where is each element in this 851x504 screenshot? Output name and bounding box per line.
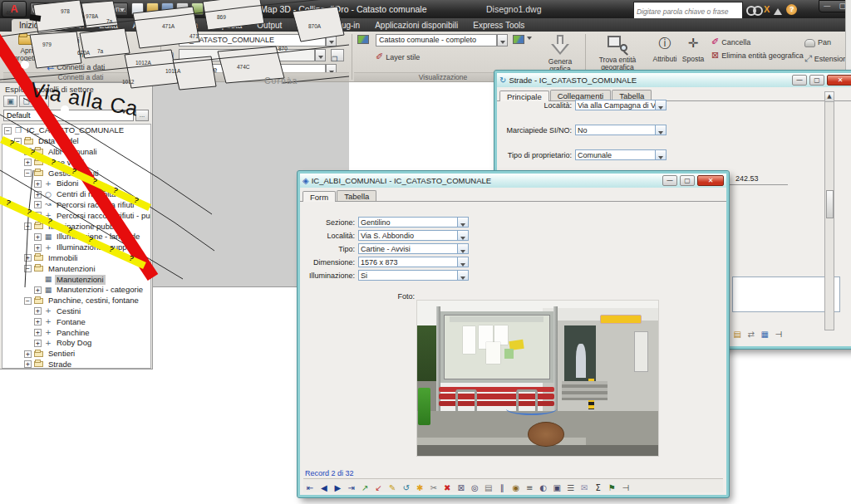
tree-item[interactable]: ++Fontane: [2, 316, 150, 327]
strade-field-input[interactable]: No: [575, 125, 656, 135]
combo-arrow-button[interactable]: [656, 125, 667, 135]
expand-icon[interactable]: +: [24, 360, 32, 368]
new-record-icon[interactable]: ✱: [413, 482, 427, 494]
layer-style-button[interactable]: ✐ Layer stile: [376, 51, 420, 63]
style-preview-button[interactable]: [513, 35, 532, 44]
maximize-button[interactable]: ▢: [680, 175, 695, 186]
combo-arrow-button[interactable]: [656, 149, 667, 160]
checkin-icon[interactable]: ↙: [372, 482, 386, 494]
combo-arrow-button[interactable]: [656, 100, 667, 110]
albi-field-input[interactable]: Si: [358, 270, 458, 281]
minimize-button[interactable]: —: [792, 75, 807, 86]
pan-button[interactable]: Pan: [804, 38, 831, 47]
attributes-button[interactable]: ⓘ Attributi: [650, 36, 680, 63]
edit-record-icon[interactable]: ✎: [386, 482, 400, 494]
sum-icon[interactable]: Σ: [592, 482, 606, 494]
generate-graphics-button[interactable]: Genera grafica: [539, 35, 582, 73]
expand-icon[interactable]: +: [34, 340, 42, 347]
minimize-button[interactable]: —: [819, 1, 835, 12]
expand-icon[interactable]: +: [34, 318, 42, 325]
minimize-button[interactable]: —: [662, 175, 677, 186]
albi-tab-tabella[interactable]: Tabella: [337, 190, 376, 201]
menu-icon[interactable]: ≡: [523, 482, 537, 494]
combo-arrow-button[interactable]: [458, 270, 469, 281]
checkout-icon[interactable]: ↗: [358, 482, 372, 494]
search-input[interactable]: [634, 6, 742, 18]
strade-dialog-titlebar[interactable]: ↻ Strade - IC_CATASTO_COMUNALE — ▢ ✕: [497, 73, 851, 87]
next-record-icon[interactable]: ▶: [331, 482, 345, 494]
exit-icon[interactable]: ⊣: [772, 329, 786, 340]
find-feature-button[interactable]: Trova entità geografica: [592, 36, 643, 71]
photo-attachment: [416, 300, 659, 457]
last-record-icon[interactable]: ⇥: [345, 482, 359, 494]
table-view-icon[interactable]: ☰: [564, 482, 578, 494]
tree-item-label: Cestini: [55, 306, 82, 316]
close-button[interactable]: ✕: [827, 75, 851, 86]
expand-icon[interactable]: +: [34, 329, 42, 336]
collapse-icon[interactable]: −: [24, 297, 32, 305]
mail-icon[interactable]: ✉: [578, 482, 592, 494]
albi-tab-form[interactable]: Form: [303, 191, 336, 202]
ribbon-tab-express-tools[interactable]: Express Tools: [465, 19, 532, 32]
tree-item[interactable]: ++Roby Dog: [2, 338, 150, 349]
contrast-icon[interactable]: ◐: [537, 482, 551, 494]
layer-style-icon: ✐: [376, 51, 383, 63]
scroll-thumb[interactable]: [826, 190, 834, 218]
tree-item[interactable]: ++Cestini: [2, 306, 150, 317]
expand-icon[interactable]: +: [24, 350, 32, 358]
split-view-icon[interactable]: ∥: [495, 482, 509, 494]
help-icon[interactable]: ?: [786, 4, 797, 15]
combo-arrow-button[interactable]: [458, 257, 469, 267]
strade-field-input[interactable]: Comunale: [575, 149, 656, 160]
first-record-icon[interactable]: ⇤: [303, 482, 317, 494]
strade-field-row: Tipo di proprietario:Comunale: [502, 149, 667, 160]
display-style-combo-arrow[interactable]: [497, 34, 508, 46]
exit-form-icon[interactable]: ⊣: [619, 482, 633, 494]
strade-scrollbar[interactable]: ▲: [824, 91, 834, 330]
zoom-icon[interactable]: ◎: [468, 482, 482, 494]
expand-icon[interactable]: +: [34, 286, 42, 294]
ribbon-tab-applicazioni-disponibili[interactable]: Applicazioni disponibili: [367, 19, 465, 32]
strade-field-row: Località:Via alla Campagna di Viglio: [502, 100, 667, 110]
tree-item[interactable]: ++Panchine: [2, 327, 150, 338]
close-form-icon[interactable]: ⊠: [455, 482, 469, 494]
combo-arrow-button[interactable]: [458, 230, 469, 241]
search-icon[interactable]: [746, 6, 760, 13]
delete-record-icon[interactable]: ✖: [440, 482, 455, 494]
albi-dialog-titlebar[interactable]: ◈ IC_ALBI_COMUNALI - IC_CATASTO_COMUNALE…: [300, 174, 726, 188]
cut-icon[interactable]: ✂: [427, 482, 441, 494]
tree-item[interactable]: +Strade: [2, 360, 150, 369]
tree-item[interactable]: +Sentieri: [2, 349, 150, 360]
communication-center-icon[interactable]: [774, 4, 782, 15]
erase-button[interactable]: ✐ Cancella: [711, 37, 750, 48]
albi-field-input[interactable]: Via S. Abbondio: [358, 230, 458, 241]
notes-icon[interactable]: ▤: [730, 329, 745, 340]
close-button[interactable]: ✕: [697, 175, 724, 186]
expand-icon[interactable]: +: [34, 307, 42, 315]
map-canvas[interactable]: 467978978A7a471A869471979670A7a870A87010…: [0, 0, 349, 287]
tree-item[interactable]: −Panchine, cestini, fontane: [2, 296, 150, 306]
transfer-icon[interactable]: ⇄: [745, 329, 759, 340]
albi-field-input[interactable]: Cartine - Avvisi: [358, 243, 458, 254]
grid-view-icon[interactable]: ▣: [550, 482, 564, 494]
combo-arrow-button[interactable]: [458, 217, 469, 228]
exchange-icon[interactable]: X: [764, 3, 770, 15]
albi-field-label: Illuminazione:: [303, 271, 358, 281]
albi-field-input[interactable]: Gentilino: [358, 217, 458, 228]
flag-icon[interactable]: ⚑: [605, 482, 619, 494]
albi-field-input[interactable]: 1576 x 873: [358, 257, 458, 267]
display-style-combo[interactable]: Catasto comunale - completo: [376, 34, 497, 46]
list-view-icon[interactable]: ▤: [482, 482, 496, 494]
combo-arrow-button[interactable]: [458, 243, 469, 254]
scroll-up-icon[interactable]: ▲: [825, 92, 834, 102]
move-button[interactable]: ✛ Sposta: [680, 36, 706, 63]
extents-button[interactable]: ⤢ Estensioni: [804, 53, 851, 65]
previous-record-icon[interactable]: ◀: [317, 482, 332, 494]
maximize-button[interactable]: ▢: [809, 75, 824, 86]
delete-feature-button[interactable]: ⊠ Elimina entità geografica: [711, 50, 804, 61]
board-rail: [450, 316, 544, 323]
locate-icon[interactable]: ◉: [509, 482, 524, 494]
refresh-icon[interactable]: ↺: [400, 482, 414, 494]
table-icon[interactable]: ▦: [758, 329, 772, 340]
strade-field-input[interactable]: Via alla Campagna di Viglio: [575, 100, 656, 110]
